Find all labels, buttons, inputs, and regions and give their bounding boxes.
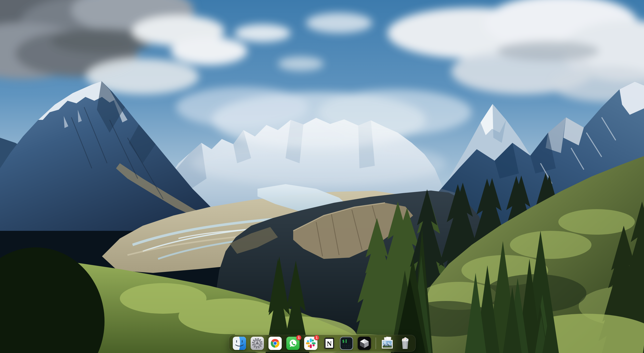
dock-separator: [376, 337, 376, 349]
dock-item-slack[interactable]: 1: [304, 337, 317, 350]
dock-item-chrome[interactable]: [268, 337, 282, 350]
terminal-icon: $: [340, 337, 353, 350]
dock-item-trash[interactable]: [398, 337, 412, 350]
dock: 1 1 N $: [229, 335, 416, 352]
photo-stack-icon: [381, 337, 394, 350]
slack-badge: 1: [314, 335, 319, 340]
dock-item-cursor[interactable]: [358, 337, 371, 350]
chrome-icon: [268, 337, 282, 350]
whatsapp-badge: 1: [296, 335, 301, 340]
dock-item-whatsapp[interactable]: 1: [286, 337, 300, 350]
svg-text:$: $: [342, 339, 345, 344]
dock-item-system-settings[interactable]: [251, 337, 264, 350]
notion-icon: N: [322, 337, 335, 350]
cursor-cube-icon: [358, 337, 371, 350]
svg-text:N: N: [327, 340, 332, 348]
desktop-wallpaper: [0, 0, 644, 353]
dock-item-notion[interactable]: N: [322, 337, 335, 350]
finder-icon: [233, 337, 246, 350]
dock-item-downloads-stack[interactable]: [381, 337, 394, 350]
dock-item-finder[interactable]: [233, 337, 246, 350]
dock-item-terminal[interactable]: $: [340, 337, 353, 350]
trash-full-icon: [398, 337, 412, 350]
settings-gear-icon: [251, 337, 264, 350]
